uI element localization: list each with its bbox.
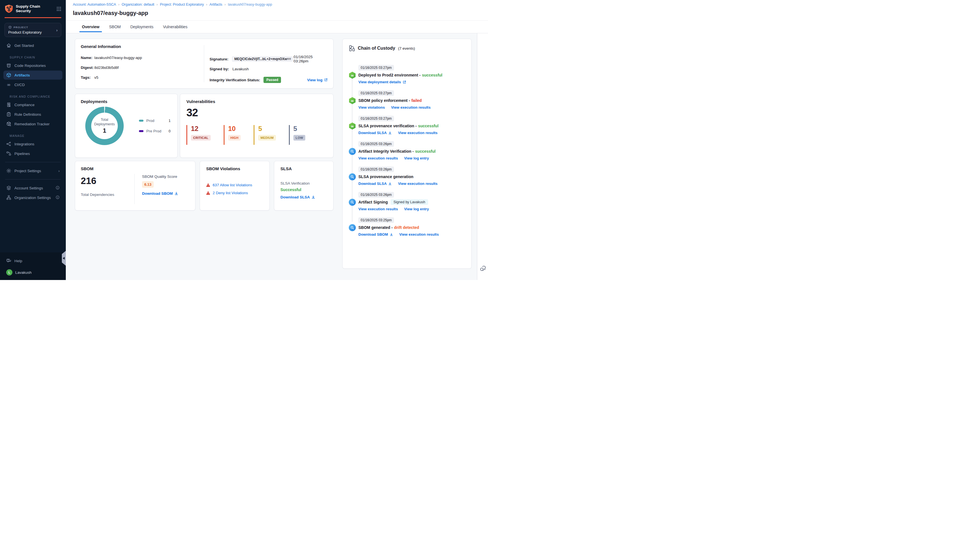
sidebar-item-artifacts[interactable]: Artifacts: [3, 70, 62, 80]
breadcrumb-artifacts[interactable]: Artifacts: [210, 3, 222, 7]
tab-vulnerabilities[interactable]: Vulnerabilities: [162, 21, 189, 33]
view-execution-results-link[interactable]: View execution results: [359, 207, 398, 211]
card-title: Vulnerabilities: [186, 99, 327, 104]
sidebar-item-project-settings[interactable]: Project Settings ›: [3, 166, 62, 175]
event-title: SLSA provenance generation: [359, 175, 414, 179]
tab-overview[interactable]: Overview: [80, 21, 101, 33]
event-timestamp: 01/16/2025 03:25pm: [359, 217, 394, 223]
event-deployed-prod2: 01/16/2025 03:27pm Deployed to Prod2 env…: [349, 65, 465, 84]
view-execution-results-link[interactable]: View execution results: [391, 105, 430, 110]
view-log-entry-link[interactable]: View log entry: [404, 156, 429, 160]
card-title: Deployments: [81, 99, 172, 104]
sidebar-item-rule-definitions[interactable]: Rule Definitions: [3, 110, 62, 119]
severity-medium: 5 MEDIUM: [254, 125, 275, 145]
sidebar-item-compliance[interactable]: Compliance: [3, 100, 62, 109]
breadcrumb-account[interactable]: Account: Automation-SSCA: [73, 3, 116, 7]
sidebar-item-label: Project Settings: [14, 169, 41, 173]
digest-label: Digest:: [81, 65, 94, 70]
sidebar-nav: Get Started SUPPLY CHAIN Code Repositori…: [0, 37, 66, 252]
breadcrumb-separator: ›: [157, 3, 158, 7]
sidebar-item-pipelines[interactable]: Pipelines: [3, 149, 62, 158]
prod-swatch-icon: [139, 120, 143, 122]
artifact-name-value: lavakush07/easy-buggy-app: [94, 56, 142, 60]
tags-label: Tags:: [81, 75, 94, 80]
legend-item-preprod: Pre Prod 0: [139, 129, 170, 133]
sidebar-item-remediation-tracker[interactable]: Remediation Tracker: [3, 119, 62, 128]
sidebar-item-organization-settings[interactable]: Organization Settings: [3, 193, 62, 202]
view-execution-results-link[interactable]: View execution results: [399, 232, 439, 237]
deny-list-violations-link[interactable]: 2 Deny list Violations: [213, 191, 248, 195]
page-title: lavakush07/easy-buggy-app: [73, 10, 488, 17]
sidebar-divider: [5, 162, 61, 162]
slsa-verification-status: Successful: [280, 187, 327, 192]
download-sbom-link[interactable]: Download SBOM: [142, 192, 178, 196]
digest-value: 8d23bd3b5d8f: [94, 65, 118, 70]
event-status: drift detected: [394, 225, 419, 230]
event-slsa-provenance-verification: 01/16/2025 03:27pm SLSA provenance verif…: [349, 116, 465, 135]
app-root: Supply Chain Security PROJECT Product Ex…: [0, 0, 488, 280]
severity-low: 5 LOW: [289, 125, 305, 145]
event-title: Artifact Signing: [359, 200, 388, 204]
overview-cards: General Information Name:lavakush07/easy…: [75, 39, 334, 210]
sidebar-item-integrations[interactable]: Integrations: [3, 140, 62, 148]
sidebar-item-label: Artifacts: [14, 73, 30, 77]
view-deployment-details-link[interactable]: View deployment details: [359, 80, 406, 84]
donut-center-label: Total Deployments: [93, 117, 116, 127]
severity-badge: CRITICAL: [191, 135, 211, 140]
view-execution-results-link[interactable]: View execution results: [398, 182, 437, 186]
general-information-card: General Information Name:lavakush07/easy…: [75, 39, 334, 88]
sidebar-item-label: Code Repositories: [14, 63, 46, 68]
name-label: Name:: [81, 56, 94, 60]
sidebar-item-account-settings[interactable]: Account Settings: [3, 183, 62, 192]
tab-deployments[interactable]: Deployments: [129, 21, 155, 33]
integrity-status-label: Integrity Verification Status:: [210, 78, 260, 82]
severity-badge: LOW: [294, 135, 305, 140]
sidebar-item-help[interactable]: Help: [6, 256, 60, 265]
project-selector[interactable]: PROJECT Product Exploratory ›: [5, 23, 61, 37]
breadcrumb-current[interactable]: lavakush07/easy-buggy-app: [228, 3, 272, 7]
breadcrumb-project[interactable]: Project: Product Exploratory: [160, 3, 204, 7]
view-execution-results-link[interactable]: View execution results: [359, 156, 398, 160]
severity-count: 5: [294, 125, 305, 132]
download-slsa-link[interactable]: Download SLSA: [359, 182, 392, 186]
event-timestamp: 01/16/2025 03:27pm: [359, 65, 394, 70]
download-icon: [388, 131, 392, 135]
feedback-button[interactable]: [479, 265, 486, 273]
view-log-entry-link[interactable]: View log entry: [404, 207, 429, 211]
download-icon: [312, 195, 315, 199]
tabs-bar: Overview SBOM Deployments Vulnerabilitie…: [66, 20, 488, 33]
sidebar-item-label: Rule Definitions: [14, 112, 41, 117]
view-violations-link[interactable]: View violations: [359, 105, 385, 110]
legend-label: Pre Prod: [146, 129, 161, 133]
tab-sbom[interactable]: SBOM: [108, 21, 122, 33]
download-slsa-link[interactable]: Download SLSA: [359, 131, 392, 135]
download-slsa-link[interactable]: Download SLSA: [280, 195, 315, 199]
cube-icon: [8, 25, 12, 29]
signature-label: Signature:: [210, 57, 229, 61]
sbom-total-label: Total Dependencies: [81, 192, 134, 197]
sidebar-item-get-started[interactable]: Get Started: [3, 41, 62, 50]
layers-icon: [6, 185, 11, 190]
event-title: Deployed to Prod2 environment -: [359, 73, 420, 77]
sidebar-item-cicd[interactable]: ∞ CI/CD: [3, 80, 62, 89]
breadcrumb-separator: ›: [225, 3, 226, 7]
card-title: SLSA: [280, 166, 327, 171]
breadcrumb-organization[interactable]: Organization: default: [122, 3, 154, 7]
apps-grid-icon[interactable]: [57, 7, 61, 11]
signature-value[interactable]: MEQCICde2VjIT...bL+2+mqnOXw==: [232, 56, 294, 62]
box-wrench-icon: [6, 122, 11, 127]
user-menu[interactable]: L Lavakush: [6, 269, 60, 275]
allow-list-violations-link[interactable]: 637 Allow list Violations: [213, 183, 252, 187]
view-execution-results-link[interactable]: View execution results: [398, 131, 437, 135]
main-area: Account: Automation-SSCA › Organization:…: [66, 0, 488, 280]
legend-label: Prod: [146, 118, 155, 123]
chevron-left-icon: [63, 257, 65, 260]
scan-icon: [349, 199, 356, 206]
download-sbom-link[interactable]: Download SBOM: [359, 232, 393, 237]
sidebar-item-code-repositories[interactable]: Code Repositories: [3, 61, 62, 70]
event-timestamp: 01/16/2025 03:26pm: [359, 167, 394, 172]
clipboard-check-icon: [6, 112, 11, 117]
view-log-link[interactable]: View log: [307, 78, 328, 82]
sidebar: Supply Chain Security PROJECT Product Ex…: [0, 0, 66, 280]
card-title: General Information: [81, 44, 204, 49]
